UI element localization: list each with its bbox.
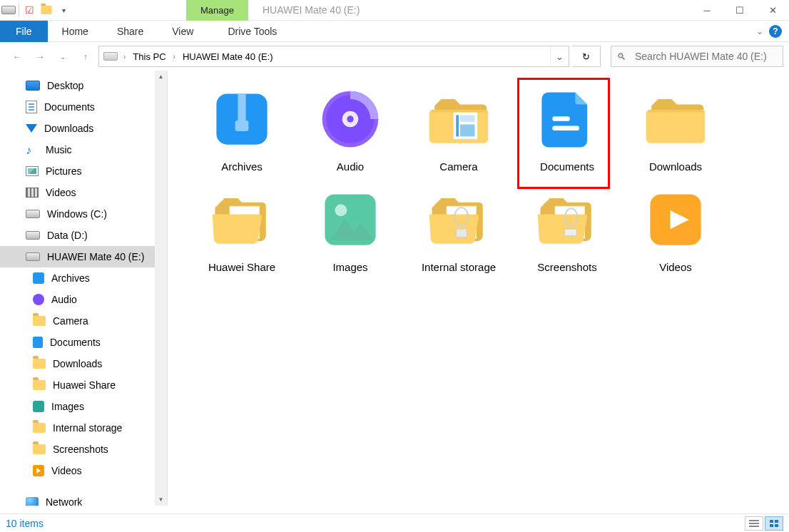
grid-item-label: Archives: [221, 160, 263, 173]
grid-item[interactable]: Documents: [521, 85, 613, 173]
archives-icon: [208, 85, 276, 153]
tree-item-icon: [33, 401, 44, 412]
tree-item[interactable]: Screenshots: [0, 439, 167, 460]
title-bar: ☑ ▾ Manage HUAWEI Mate 40 (E:) ─ ☐ ✕: [0, 0, 789, 21]
svg-rect-22: [749, 523, 759, 524]
tree-network[interactable]: Network: [0, 491, 167, 506]
images-icon: [316, 185, 385, 254]
close-button[interactable]: ✕: [756, 0, 789, 21]
status-count: 10 items: [6, 518, 44, 529]
tree-item-label: Camera: [53, 315, 88, 327]
content-pane: ArchivesAudioCameraDocumentsDownloadsHua…: [168, 71, 789, 506]
qat-customize-icon[interactable]: ▾: [55, 0, 72, 20]
qat-properties-icon[interactable]: ☑: [21, 0, 38, 20]
tree-item-icon: [33, 337, 43, 348]
contextual-tab-manage[interactable]: Manage: [186, 0, 248, 21]
grid-item[interactable]: Archives: [196, 85, 287, 173]
back-button[interactable]: ←: [7, 46, 27, 66]
address-dropdown-icon[interactable]: ⌄: [550, 46, 569, 66]
window-title: HUAWEI Mate 40 (E:): [263, 4, 360, 16]
tree-item[interactable]: Music: [0, 139, 167, 160]
scroll-down-icon[interactable]: ▼: [155, 493, 167, 506]
tree-item-label: Desktop: [47, 80, 83, 91]
breadcrumb-current[interactable]: HUAWEI Mate 40 (E:): [178, 46, 278, 66]
grid-item[interactable]: Internal storage: [413, 185, 504, 273]
tree-item[interactable]: Documents: [0, 96, 167, 118]
tree-item-icon: [26, 252, 40, 261]
tree-item-label: HUAWEI Mate 40 (E:): [47, 251, 144, 262]
chevron-right-icon[interactable]: ›: [170, 53, 178, 61]
minimize-button[interactable]: ─: [691, 0, 723, 21]
view-details-button[interactable]: [745, 516, 763, 531]
tree-item-label: Audio: [51, 294, 77, 305]
tree-item[interactable]: Windows (C:): [0, 203, 167, 225]
grid-item[interactable]: Images: [305, 185, 396, 273]
tree-item[interactable]: Data (D:): [0, 225, 167, 246]
tab-home[interactable]: Home: [48, 21, 103, 42]
refresh-button[interactable]: ↻: [572, 46, 601, 67]
address-bar[interactable]: › This PC › HUAWEI Mate 40 (E:) ⌄: [98, 46, 569, 67]
grid-item-label: Huawei Share: [208, 261, 275, 273]
tree-item[interactable]: Internal storage: [0, 417, 167, 439]
grid-item-label: Images: [332, 261, 367, 273]
tree-item-label: Windows (C:): [47, 208, 107, 220]
tree-item-label: Internal storage: [53, 422, 122, 434]
tree-item[interactable]: Desktop: [0, 75, 167, 96]
file-tab[interactable]: File: [0, 21, 48, 42]
qat-new-folder-icon[interactable]: [38, 0, 55, 20]
view-large-icons-button[interactable]: [765, 516, 783, 531]
tree-item-label: Downloads: [44, 123, 93, 134]
tree-item[interactable]: Audio: [0, 289, 167, 310]
recent-locations-button[interactable]: ⌄: [53, 46, 73, 66]
svg-rect-21: [749, 520, 759, 521]
folder-open-icon: [208, 185, 276, 254]
tree-item[interactable]: Videos: [0, 460, 167, 481]
grid-item[interactable]: Videos: [630, 185, 721, 273]
svg-rect-27: [775, 524, 778, 527]
tree-item[interactable]: Downloads: [0, 353, 167, 374]
tree-item-icon: [26, 231, 40, 240]
grid-item-label: Screenshots: [537, 261, 596, 273]
tree-item[interactable]: Images: [0, 396, 167, 417]
scroll-up-icon[interactable]: ▲: [155, 71, 167, 83]
tree-item[interactable]: HUAWEI Mate 40 (E:): [0, 246, 167, 267]
qat-drive-icon[interactable]: [0, 0, 17, 20]
maximize-button[interactable]: ☐: [723, 0, 756, 21]
grid-item[interactable]: Camera: [413, 85, 504, 173]
network-icon: [26, 497, 39, 506]
tree-item[interactable]: Camera: [0, 310, 167, 332]
tree-item[interactable]: Downloads: [0, 118, 167, 139]
chevron-right-icon[interactable]: ›: [121, 53, 128, 61]
tree-item[interactable]: Pictures: [0, 160, 167, 182]
up-button[interactable]: ↑: [76, 46, 96, 66]
tree-item-label: Videos: [46, 187, 76, 198]
tree-item[interactable]: Documents: [0, 332, 167, 353]
grid-item-label: Documents: [540, 160, 594, 173]
search-box[interactable]: 🔍︎: [611, 46, 783, 67]
grid-item-label: Camera: [439, 160, 477, 173]
grid-item[interactable]: Huawei Share: [196, 185, 287, 273]
tree-item-icon: [26, 188, 39, 198]
tree-item-icon: [33, 294, 44, 305]
tree-scrollbar[interactable]: ▲ ▼: [155, 71, 167, 506]
grid-item[interactable]: Audio: [305, 85, 396, 173]
breadcrumb-this-pc[interactable]: This PC: [128, 46, 170, 66]
documents-icon: [533, 85, 601, 153]
grid-item-label: Internal storage: [422, 261, 496, 273]
tree-item-icon: [33, 380, 46, 390]
ribbon-expand-icon[interactable]: ⌄: [756, 26, 763, 36]
drive-icon: [103, 52, 118, 61]
search-input[interactable]: [635, 51, 777, 62]
grid-item[interactable]: Screenshots: [521, 185, 613, 273]
tab-share[interactable]: Share: [103, 21, 158, 42]
help-icon[interactable]: ?: [769, 25, 782, 38]
nav-row: ← → ⌄ ↑ › This PC › HUAWEI Mate 40 (E:) …: [0, 42, 789, 71]
grid-item[interactable]: Downloads: [630, 85, 721, 173]
tab-view[interactable]: View: [158, 21, 208, 42]
tree-item[interactable]: Videos: [0, 182, 167, 203]
tab-drive-tools[interactable]: Drive Tools: [218, 21, 287, 42]
audio-icon: [316, 85, 385, 153]
forward-button[interactable]: →: [30, 46, 50, 66]
tree-item[interactable]: Huawei Share: [0, 374, 167, 396]
tree-item[interactable]: Archives: [0, 267, 167, 289]
